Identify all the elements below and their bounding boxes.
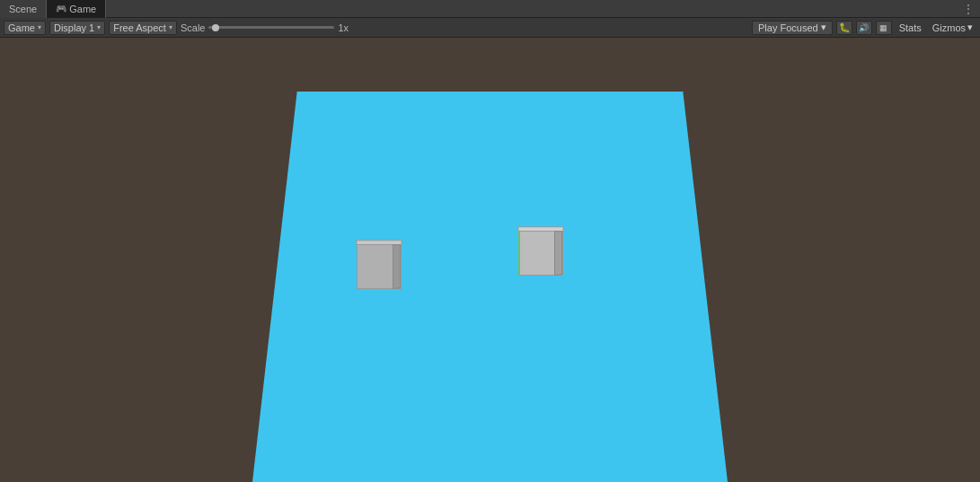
- aspect-dropdown-arrow: ▾: [169, 23, 172, 31]
- gizmos-button[interactable]: Gizmos ▾: [929, 21, 976, 35]
- bug-icon-button[interactable]: 🐛: [836, 21, 852, 35]
- scale-section: Scale 1x: [181, 22, 349, 33]
- display-dropdown-label: Display 1: [54, 22, 94, 33]
- grid-button[interactable]: ▦: [876, 21, 892, 35]
- stats-label: Stats: [899, 22, 922, 33]
- tab-more-button[interactable]: ⋮: [957, 2, 980, 16]
- game-dropdown[interactable]: Game ▾: [4, 21, 46, 35]
- bug-icon: 🐛: [839, 22, 850, 32]
- scale-slider-dot: [212, 24, 219, 31]
- viewport: [0, 38, 980, 482]
- play-focused-button[interactable]: Play Focused ▾: [752, 21, 833, 35]
- game-dropdown-arrow: ▾: [38, 23, 41, 31]
- gizmos-arrow: ▾: [967, 22, 973, 33]
- cube-right: [514, 226, 563, 276]
- scale-label: Scale: [181, 22, 206, 33]
- cube-right-right: [554, 231, 562, 276]
- audio-button[interactable]: 🔊: [856, 21, 872, 35]
- aspect-dropdown-label: Free Aspect: [113, 22, 166, 33]
- tab-scene[interactable]: Scene: [0, 0, 46, 18]
- play-focused-label: Play Focused: [758, 22, 818, 33]
- floor-surface: [249, 92, 731, 482]
- tab-game-icon: 🎮: [56, 4, 66, 13]
- game-dropdown-label: Game: [8, 22, 35, 33]
- display-dropdown[interactable]: Display 1 ▾: [49, 21, 105, 35]
- cube-right-mesh: [514, 226, 563, 276]
- tab-bar: Scene 🎮 Game ⋮: [0, 0, 980, 18]
- scale-value: 1x: [338, 22, 349, 33]
- more-icon: ⋮: [962, 2, 975, 16]
- tab-game[interactable]: 🎮 Game: [46, 0, 106, 18]
- toolbar: Game ▾ Display 1 ▾ Free Aspect ▾ Scale 1…: [0, 18, 980, 38]
- cube-left: [352, 240, 402, 289]
- stats-button[interactable]: Stats: [896, 21, 925, 35]
- aspect-dropdown[interactable]: Free Aspect ▾: [109, 21, 177, 35]
- gizmos-label: Gizmos: [932, 22, 966, 33]
- tab-scene-label: Scene: [9, 4, 37, 14]
- tab-game-label: Game: [69, 4, 96, 14]
- grid-icon: ▦: [879, 23, 887, 32]
- audio-icon: 🔊: [859, 23, 869, 32]
- play-focused-arrow: ▾: [821, 22, 826, 33]
- scale-slider[interactable]: [208, 26, 334, 29]
- game-area[interactable]: [249, 92, 731, 482]
- toolbar-right: 🔊 ▦ Stats Gizmos ▾: [856, 21, 976, 35]
- display-dropdown-arrow: ▾: [97, 23, 101, 31]
- cube-left-right: [393, 244, 401, 289]
- cube-left-mesh: [352, 240, 402, 289]
